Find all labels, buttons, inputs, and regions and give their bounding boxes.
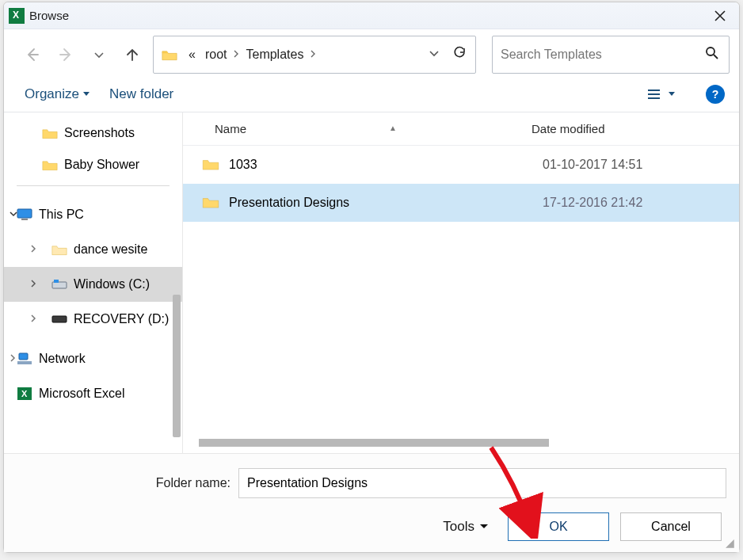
breadcrumb-prefix: « [184, 48, 200, 62]
drive-icon [51, 278, 67, 291]
sidebar-item-network[interactable]: Network [4, 341, 182, 376]
nav-recent-button[interactable] [86, 42, 112, 67]
view-options-button[interactable] [647, 89, 676, 100]
sidebar-item-label: Microsoft Excel [39, 387, 124, 401]
search-input[interactable] [501, 48, 705, 62]
svg-rect-4 [54, 280, 59, 283]
sort-indicator-icon: ▲ [389, 124, 397, 132]
caret-down-icon [479, 524, 489, 530]
new-folder-label: New folder [109, 86, 173, 102]
search-icon [705, 46, 719, 60]
file-date: 17-12-2016 21:42 [543, 196, 642, 210]
sidebar-item-this-pc[interactable]: This PC [4, 197, 182, 232]
organize-label: Organize [25, 86, 79, 102]
folder-icon [162, 48, 177, 61]
chevron-right-icon [29, 244, 37, 256]
file-date: 01-10-2017 14:51 [543, 158, 642, 172]
tools-menu[interactable]: Tools [443, 519, 489, 535]
breadcrumb-sep2 [308, 49, 318, 60]
nav-row: « root Templates [4, 29, 739, 80]
file-list-pane: Name ▲ Date modified 1033 01-10-2017 14:… [183, 112, 739, 453]
arrow-up-icon [124, 47, 140, 63]
refresh-icon [452, 46, 467, 60]
list-view-icon [647, 89, 663, 100]
breadcrumb-root[interactable]: root [200, 48, 232, 62]
refresh-button[interactable] [448, 46, 471, 63]
window-title: Browse [29, 9, 69, 22]
main-area: Screenshots Baby Shower This PC [4, 112, 739, 453]
sidebar-item-label: Network [39, 352, 86, 366]
file-name: Presentation Designs [229, 196, 543, 210]
chevron-right-icon [29, 314, 37, 326]
arrow-left-icon [25, 47, 40, 63]
chevron-right-icon [9, 353, 17, 365]
breadcrumb-templates[interactable]: Templates [241, 48, 308, 62]
breadcrumb-sep1 [231, 49, 241, 60]
column-name[interactable]: Name ▲ [215, 122, 532, 135]
folder-name-row: Folder name: [17, 468, 726, 498]
drive-icon [51, 313, 67, 326]
file-row[interactable]: 1033 01-10-2017 14:51 [183, 146, 739, 184]
svg-rect-7 [17, 361, 32, 364]
file-name: 1033 [229, 158, 543, 172]
sidebar-item-recovery-d[interactable]: RECOVERY (D:) [4, 302, 182, 337]
folder-icon [42, 127, 58, 139]
file-row[interactable]: Presentation Designs 17-12-2016 21:42 [183, 184, 739, 222]
svg-rect-3 [52, 282, 67, 288]
svg-rect-2 [21, 219, 28, 220]
toolbar: Organize New folder ? [4, 80, 739, 112]
arrow-right-icon [58, 47, 74, 63]
file-list-body [183, 222, 739, 453]
svg-text:X: X [21, 389, 28, 398]
navigation-pane: Screenshots Baby Shower This PC [4, 112, 183, 453]
nav-forward-button[interactable] [53, 42, 78, 67]
sidebar-divider [17, 185, 170, 186]
nav-back-button[interactable] [20, 42, 45, 67]
nav-up-button[interactable] [120, 42, 145, 67]
close-button[interactable] [709, 5, 731, 27]
sidebar-item-dance-wesite[interactable]: dance wesite [4, 232, 182, 267]
button-row: Tools OK Cancel [17, 512, 726, 541]
ok-button[interactable]: OK [508, 512, 609, 541]
dialog-footer: Folder name: Tools OK Cancel [4, 453, 739, 552]
pc-icon [17, 208, 32, 221]
column-date[interactable]: Date modified [532, 122, 605, 135]
sidebar-item-label: Windows (C:) [74, 277, 150, 291]
sidebar-item-label: Baby Shower [64, 158, 139, 172]
svg-point-0 [707, 48, 714, 55]
sidebar-item-microsoft-excel[interactable]: X Microsoft Excel [4, 376, 182, 411]
chevron-down-icon [429, 48, 440, 59]
sidebar-item-baby-shower[interactable]: Baby Shower [4, 149, 182, 181]
scroll-thumb[interactable] [173, 295, 181, 437]
svg-rect-5 [52, 316, 67, 322]
sidebar-item-windows-c[interactable]: Windows (C:) [4, 267, 182, 302]
address-dropdown[interactable] [425, 48, 444, 62]
sidebar-item-label: This PC [39, 208, 84, 222]
new-folder-button[interactable]: New folder [109, 86, 173, 102]
network-icon [17, 352, 32, 365]
cancel-button[interactable]: Cancel [620, 512, 722, 541]
caret-down-icon [668, 91, 676, 97]
close-icon [714, 10, 726, 22]
column-headers: Name ▲ Date modified [183, 112, 739, 146]
help-button[interactable]: ? [706, 85, 725, 104]
search-button[interactable] [705, 46, 721, 63]
resize-grip[interactable]: ◢ [726, 539, 737, 550]
folder-name-input[interactable] [238, 468, 726, 498]
svg-rect-6 [19, 353, 28, 360]
sidebar-scrollbar[interactable] [173, 112, 181, 437]
sidebar-item-label: dance wesite [74, 242, 147, 257]
caret-down-icon [82, 91, 90, 97]
svg-rect-1 [17, 209, 32, 218]
sidebar-item-label: RECOVERY (D:) [74, 312, 169, 326]
folder-icon [202, 196, 221, 210]
chevron-down-icon [93, 49, 105, 60]
folder-icon [51, 243, 67, 256]
address-bar[interactable]: « root Templates [153, 36, 476, 74]
excel-icon: X [17, 387, 32, 400]
search-bar[interactable] [492, 36, 730, 74]
sidebar-item-screenshots[interactable]: Screenshots [4, 117, 182, 149]
organize-menu[interactable]: Organize [25, 86, 90, 102]
titlebar: Browse [4, 2, 739, 29]
horizontal-scrollbar[interactable] [199, 439, 549, 447]
